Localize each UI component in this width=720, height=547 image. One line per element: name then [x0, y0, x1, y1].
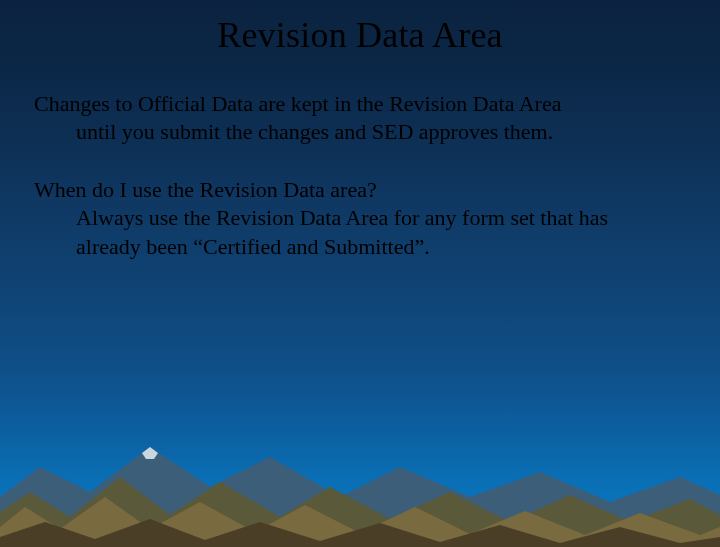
para1-line1: Changes to Official Data are kept in the…: [34, 91, 561, 116]
paragraph-2: When do I use the Revision Data area? Al…: [34, 176, 686, 260]
para1-line2: until you submit the changes and SED app…: [34, 118, 686, 146]
paragraph-1: Changes to Official Data are kept in the…: [34, 90, 686, 146]
para2-question: When do I use the Revision Data area?: [34, 177, 377, 202]
para2-line1: Always use the Revision Data Area for an…: [34, 204, 686, 260]
mountain-illustration: [0, 387, 720, 547]
slide-title: Revision Data Area: [0, 14, 720, 56]
slide: Revision Data Area Changes to Official D…: [0, 0, 720, 547]
slide-content: Changes to Official Data are kept in the…: [34, 90, 686, 291]
